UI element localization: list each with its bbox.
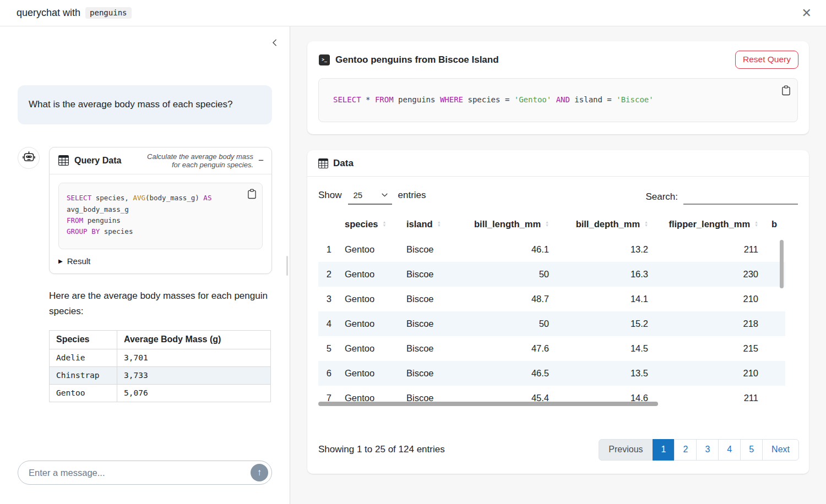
page-button-next[interactable]: Next bbox=[762, 439, 799, 461]
sql-line: GROUP BY species bbox=[67, 226, 254, 237]
message-input[interactable] bbox=[29, 468, 251, 478]
table-cell: 5 bbox=[318, 336, 338, 361]
robot-icon bbox=[22, 151, 36, 165]
copy-icon[interactable] bbox=[247, 188, 257, 202]
sql-line: SELECT species, AVG(body_mass_g) AS bbox=[67, 193, 254, 204]
sort-icon: ▲▼ bbox=[437, 221, 441, 226]
send-button[interactable]: ↑ bbox=[251, 464, 268, 481]
table-row[interactable]: 4GentooBiscoe5015.2218 bbox=[318, 311, 785, 336]
page-size-select[interactable]: 25 bbox=[348, 189, 392, 205]
clipboard-icon bbox=[247, 188, 257, 199]
column-header-flipper_length_mm[interactable]: flipper_length_mm▲▼ bbox=[655, 213, 765, 237]
assistant-answer: Here are the average body masses for eac… bbox=[49, 288, 272, 402]
table-row[interactable]: 7GentooBiscoe45.414.6211 bbox=[318, 386, 785, 410]
page-button-4[interactable]: 4 bbox=[718, 439, 741, 461]
table-cell: Biscoe bbox=[400, 361, 454, 386]
column-header-index bbox=[318, 213, 338, 237]
result-cell: Adelie bbox=[50, 349, 117, 366]
table-row[interactable]: 1GentooBiscoe46.113.2211 bbox=[318, 237, 785, 262]
assistant-message: Query Data Calculate the average body ma… bbox=[18, 147, 272, 274]
table-cell: 15.2 bbox=[556, 311, 655, 336]
table-cell: Biscoe bbox=[400, 262, 454, 287]
table-cell: 14.5 bbox=[556, 336, 655, 361]
sql-code-block: SELECT species, AVG(body_mass_g) ASavg_b… bbox=[58, 183, 263, 249]
table-cell: 3 bbox=[318, 287, 338, 311]
table-cell: 45.4 bbox=[454, 386, 556, 410]
table-cell: 215 bbox=[655, 336, 765, 361]
column-label: bill_length_mm bbox=[474, 219, 541, 229]
show-label: Show bbox=[318, 190, 342, 201]
data-table-card: Data Show 25 entries Search: bbox=[307, 150, 809, 474]
result-cell: Chinstrap bbox=[50, 366, 117, 384]
result-expander[interactable]: ▶ Result bbox=[50, 256, 271, 273]
table-cell: 47.6 bbox=[454, 336, 556, 361]
data-table-body-viewport: 1GentooBiscoe46.113.22112GentooBiscoe501… bbox=[318, 237, 785, 410]
sql-line: FROM penguins bbox=[67, 215, 254, 226]
result-col-header: Species bbox=[50, 330, 117, 349]
table-cell: 46.5 bbox=[454, 361, 556, 386]
column-header-island[interactable]: island▲▼ bbox=[400, 213, 454, 237]
column-header-species[interactable]: species▲▼ bbox=[338, 213, 400, 237]
pagination: Previous12345Next bbox=[599, 439, 799, 461]
table-controls: Show 25 entries Search: bbox=[307, 177, 809, 213]
title-bar: querychat with penguins ✕ bbox=[0, 0, 826, 26]
table-cell: Gentoo bbox=[338, 361, 400, 386]
result-cell: Gentoo bbox=[50, 384, 117, 402]
bot-avatar bbox=[18, 147, 40, 169]
collapse-card-icon[interactable]: − bbox=[258, 156, 264, 165]
clipboard-icon bbox=[781, 85, 791, 96]
chat-messages: What is the average body mass of each sp… bbox=[0, 85, 290, 402]
table-cell: 6 bbox=[318, 361, 338, 386]
page-button-5[interactable]: 5 bbox=[740, 439, 763, 461]
query-card-header: >_ Gentoo penguins from Biscoe Island Re… bbox=[307, 41, 809, 74]
page-button-3[interactable]: 3 bbox=[696, 439, 719, 461]
answer-intro: Here are the average body masses for eac… bbox=[49, 288, 272, 320]
search-input[interactable] bbox=[683, 190, 798, 205]
table-row[interactable]: 3GentooBiscoe48.714.1210 bbox=[318, 287, 785, 311]
column-header-bill_depth_mm[interactable]: bill_depth_mm▲▼ bbox=[556, 213, 655, 237]
result-row: Adelie3,701 bbox=[50, 349, 271, 366]
vertical-scrollbar-thumb[interactable] bbox=[780, 240, 784, 288]
table-cell: 13.5 bbox=[556, 361, 655, 386]
table-icon bbox=[58, 155, 69, 166]
table-row[interactable]: 5GentooBiscoe47.614.5215 bbox=[318, 336, 785, 361]
column-label: island bbox=[406, 219, 433, 229]
panel-resize-handle[interactable] bbox=[286, 256, 288, 276]
page-button-2[interactable]: 2 bbox=[674, 439, 697, 461]
table-cell: 1 bbox=[318, 237, 338, 262]
table-cell: Biscoe bbox=[400, 237, 454, 262]
horizontal-scrollbar-thumb[interactable] bbox=[318, 402, 658, 406]
page-button-previous: Previous bbox=[599, 439, 653, 461]
data-card-header: Data bbox=[307, 150, 809, 177]
chevron-down-icon bbox=[382, 193, 388, 197]
close-icon[interactable]: ✕ bbox=[802, 7, 812, 19]
table-cell: 50 bbox=[454, 311, 556, 336]
sort-icon: ▲▼ bbox=[644, 221, 648, 226]
table-cell: 14.1 bbox=[556, 287, 655, 311]
reset-query-button[interactable]: Reset Query bbox=[735, 51, 798, 69]
table-icon bbox=[318, 158, 328, 168]
table-row[interactable]: 6GentooBiscoe46.513.5210 bbox=[318, 361, 785, 386]
entries-label: entries bbox=[398, 190, 426, 201]
table-cell bbox=[765, 361, 785, 386]
sort-icon: ▲▼ bbox=[383, 221, 387, 226]
table-cell: 7 bbox=[318, 386, 338, 410]
result-row: Chinstrap3,733 bbox=[50, 366, 271, 384]
column-label: species bbox=[345, 219, 378, 229]
column-header-b: b bbox=[765, 213, 785, 237]
send-arrow-icon: ↑ bbox=[257, 467, 262, 478]
current-query-card: >_ Gentoo penguins from Biscoe Island Re… bbox=[307, 41, 809, 134]
data-view-panel: >_ Gentoo penguins from Biscoe Island Re… bbox=[290, 26, 826, 504]
column-header-bill_length_mm[interactable]: bill_length_mm▲▼ bbox=[454, 213, 556, 237]
user-message: What is the average body mass of each sp… bbox=[18, 85, 272, 124]
result-label: Result bbox=[67, 256, 91, 266]
page-button-1[interactable]: 1 bbox=[653, 439, 675, 461]
tool-card-subtitle: Calculate the average body mass for each… bbox=[145, 152, 253, 169]
collapse-sidebar-icon[interactable] bbox=[269, 36, 281, 51]
copy-icon[interactable] bbox=[781, 85, 791, 99]
chat-result-table: SpeciesAverage Body Mass (g) Adelie3,701… bbox=[49, 330, 271, 402]
table-cell: Gentoo bbox=[338, 262, 400, 287]
sql-line: avg_body_mass_g bbox=[67, 204, 254, 215]
table-cell: Biscoe bbox=[400, 336, 454, 361]
table-row[interactable]: 2GentooBiscoe5016.3230 bbox=[318, 262, 785, 287]
